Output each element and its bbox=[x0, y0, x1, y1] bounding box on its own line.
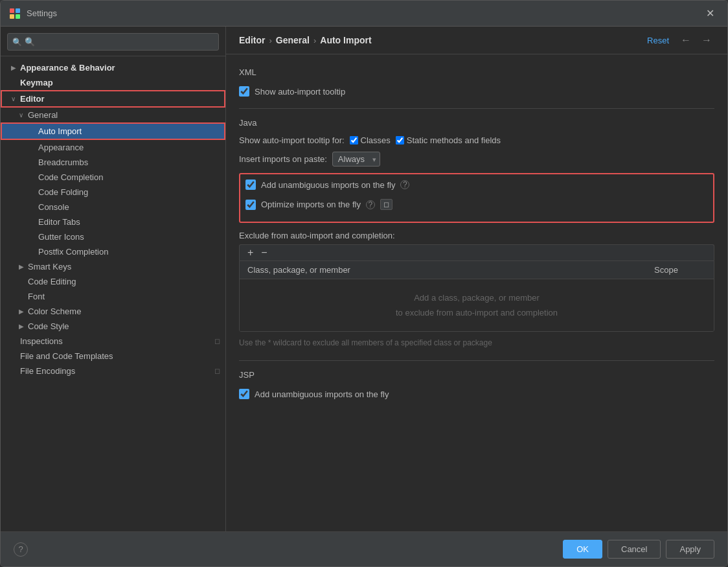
sidebar-item-code-folding[interactable]: Code Folding bbox=[1, 185, 225, 200]
add-unambiguous-text: Add unambiguous imports on the fly bbox=[261, 180, 395, 190]
classes-label[interactable]: Classes bbox=[350, 135, 391, 145]
jsp-header: JSP bbox=[239, 370, 714, 380]
jsp-add-unambiguous-label[interactable]: Add unambiguous imports on the fly bbox=[239, 389, 389, 399]
optimize-imports-row: Optimize imports on the fly ? ◻ bbox=[245, 198, 708, 211]
add-exclude-button[interactable]: + bbox=[245, 248, 256, 258]
optimize-imports-help-icon[interactable]: ? bbox=[366, 200, 375, 209]
tooltip-for-row: Show auto-import tooltip for: Classes St… bbox=[239, 135, 714, 145]
item-label: Editor bbox=[20, 94, 45, 104]
optimize-imports-small-btn[interactable]: ◻ bbox=[380, 199, 392, 210]
content-area: 🔍 ▶ Appearance & Behavior Keymap ∨ bbox=[1, 27, 727, 531]
svg-rect-1 bbox=[16, 8, 20, 13]
sidebar-item-color-scheme[interactable]: ▶ Color Scheme bbox=[1, 304, 225, 319]
item-label: Postfix Completion bbox=[38, 247, 108, 257]
show-tooltip-checkbox[interactable] bbox=[239, 86, 249, 97]
help-button[interactable]: ? bbox=[14, 542, 28, 557]
sidebar-item-appearance[interactable]: Appearance bbox=[1, 140, 225, 155]
app-icon bbox=[8, 7, 21, 20]
optimize-imports-label[interactable]: Optimize imports on the fly bbox=[245, 200, 361, 210]
apply-button[interactable]: Apply bbox=[666, 540, 714, 559]
insert-imports-label: Insert imports on paste: bbox=[239, 154, 327, 164]
optimize-imports-checkbox[interactable] bbox=[245, 200, 256, 210]
jsp-add-unambiguous-row: Add unambiguous imports on the fly bbox=[239, 388, 714, 400]
back-button[interactable]: ← bbox=[678, 33, 694, 47]
item-label: Code Folding bbox=[38, 187, 88, 197]
show-tooltip-label[interactable]: Show auto-import tooltip bbox=[239, 86, 345, 97]
jsp-add-unambiguous-checkbox[interactable] bbox=[239, 389, 249, 399]
java-section: Java Show auto-import tooltip for: Class… bbox=[239, 118, 714, 347]
sidebar-item-general[interactable]: ∨ General bbox=[1, 108, 225, 122]
sidebar-item-console[interactable]: Console bbox=[1, 200, 225, 214]
xml-java-divider bbox=[239, 108, 714, 109]
reset-button[interactable]: Reset bbox=[643, 34, 673, 47]
settings-content: XML Show auto-import tooltip Java Show a bbox=[226, 54, 727, 531]
sidebar-item-code-completion[interactable]: Code Completion bbox=[1, 170, 225, 185]
item-label: Color Scheme bbox=[28, 307, 81, 316]
add-unambiguous-label[interactable]: Add unambiguous imports on the fly bbox=[245, 179, 395, 190]
sidebar-item-breadcrumbs[interactable]: Breadcrumbs bbox=[1, 155, 225, 170]
breadcrumb-bar: Editor › General › Auto Import Reset ← → bbox=[226, 27, 727, 54]
static-methods-checkbox[interactable] bbox=[396, 136, 404, 145]
sidebar: 🔍 ▶ Appearance & Behavior Keymap ∨ bbox=[1, 27, 226, 531]
svg-rect-2 bbox=[10, 14, 14, 19]
sidebar-item-postfix-completion[interactable]: Postfix Completion bbox=[1, 244, 225, 259]
classes-checkbox[interactable] bbox=[350, 136, 358, 145]
optimize-imports-text: Optimize imports on the fly bbox=[261, 200, 361, 209]
sidebar-item-file-encodings[interactable]: File Encodings ◻ bbox=[1, 364, 225, 378]
item-label: Font bbox=[28, 292, 45, 301]
sidebar-item-gutter-icons[interactable]: Gutter Icons bbox=[1, 229, 225, 244]
exclude-placeholder: Add a class, package, or member to exclu… bbox=[396, 290, 558, 321]
sidebar-tree: ▶ Appearance & Behavior Keymap ∨ Editor … bbox=[1, 56, 225, 531]
classes-text: Classes bbox=[361, 135, 391, 145]
window-title: Settings bbox=[27, 8, 701, 18]
search-area: 🔍 bbox=[1, 27, 225, 56]
insert-imports-dropdown-wrap: Always Ask Never bbox=[332, 152, 380, 167]
sidebar-item-smart-keys[interactable]: ▶ Smart Keys bbox=[1, 259, 225, 274]
item-label: Keymap bbox=[20, 78, 53, 87]
jsp-section: JSP Add unambiguous imports on the fly bbox=[239, 370, 714, 400]
exclude-table: Class, package, or member Scope Add a cl… bbox=[239, 260, 714, 332]
cancel-button[interactable]: Cancel bbox=[608, 540, 661, 559]
main-panel: Editor › General › Auto Import Reset ← →… bbox=[226, 27, 727, 531]
item-label: Gutter Icons bbox=[38, 232, 84, 242]
forward-button[interactable]: → bbox=[699, 33, 714, 47]
add-unambiguous-checkbox[interactable] bbox=[245, 179, 256, 190]
item-label: Editor Tabs bbox=[38, 217, 80, 227]
item-label: Appearance & Behavior bbox=[20, 63, 115, 73]
sidebar-item-editor[interactable]: ∨ Editor bbox=[1, 90, 225, 108]
sep2: › bbox=[313, 36, 316, 45]
static-methods-label[interactable]: Static methods and fields bbox=[396, 135, 501, 145]
sidebar-item-editor-tabs[interactable]: Editor Tabs bbox=[1, 214, 225, 229]
sidebar-item-code-style[interactable]: ▶ Code Style bbox=[1, 319, 225, 334]
ok-button[interactable]: OK bbox=[563, 540, 602, 559]
sidebar-item-file-code-templates[interactable]: File and Code Templates bbox=[1, 349, 225, 364]
close-button[interactable]: ✕ bbox=[701, 5, 720, 22]
remove-exclude-button[interactable]: − bbox=[258, 248, 269, 258]
highlighted-imports-box: Add unambiguous imports on the fly ? Opt… bbox=[239, 173, 714, 223]
insert-imports-dropdown[interactable]: Always Ask Never bbox=[332, 152, 380, 167]
arrow-icon: ▶ bbox=[19, 263, 25, 270]
sep1: › bbox=[269, 36, 271, 45]
breadcrumb-actions: Reset ← → bbox=[643, 33, 714, 47]
sidebar-item-code-editing[interactable]: Code Editing bbox=[1, 274, 225, 289]
pin-icon: ◻ bbox=[214, 367, 220, 375]
java-jsp-divider bbox=[239, 360, 714, 361]
xml-section: XML Show auto-import tooltip bbox=[239, 67, 714, 98]
sidebar-item-appearance-behavior[interactable]: ▶ Appearance & Behavior bbox=[1, 60, 225, 75]
item-label: General bbox=[28, 110, 58, 120]
item-label: Code Style bbox=[28, 321, 69, 331]
sidebar-item-keymap[interactable]: Keymap bbox=[1, 75, 225, 90]
item-label: Appearance bbox=[38, 143, 84, 152]
svg-rect-3 bbox=[16, 14, 20, 19]
placeholder-line2: to exclude from auto-import and completi… bbox=[396, 308, 558, 318]
add-unambiguous-row: Add unambiguous imports on the fly ? bbox=[245, 178, 708, 191]
sidebar-item-auto-import[interactable]: Auto Import bbox=[1, 122, 225, 140]
col-scope-header: Scope bbox=[654, 265, 706, 275]
exclude-table-header: Class, package, or member Scope bbox=[240, 261, 714, 279]
item-label: File Encodings bbox=[20, 366, 75, 376]
sidebar-item-font[interactable]: Font bbox=[1, 289, 225, 304]
arrow-icon: ∨ bbox=[19, 111, 25, 119]
sidebar-item-inspections[interactable]: Inspections ◻ bbox=[1, 334, 225, 349]
search-input[interactable] bbox=[7, 33, 219, 51]
add-unambiguous-help-icon[interactable]: ? bbox=[400, 180, 409, 189]
